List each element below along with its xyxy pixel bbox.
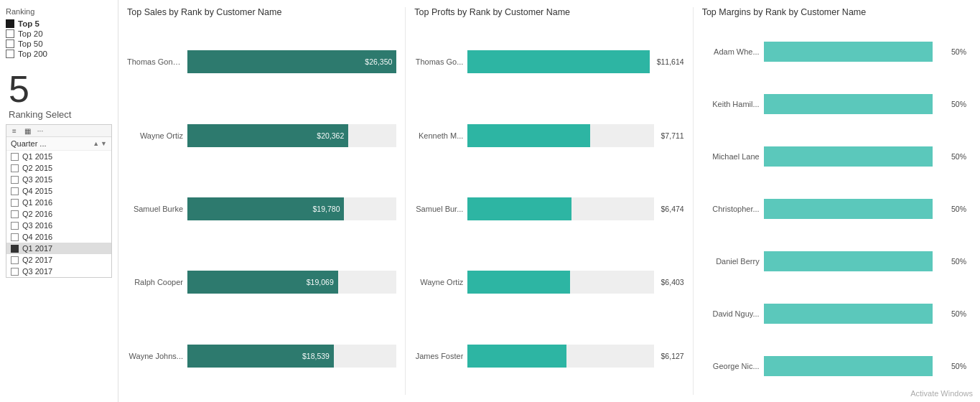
slicer-panel: ≡ ▦ ··· Quarter ... ▲ ▼ Q1 2015Q2 2015Q3… (6, 124, 112, 278)
margins-bar-fill (764, 42, 933, 62)
slicer-item[interactable]: Q3 2015 (6, 174, 111, 185)
charts-area: Top Sales by Rank by Customer Name Thoma… (118, 0, 980, 402)
margins-bar-row: Daniel Berry50% (702, 251, 971, 271)
margins-bar-row: Adam Whe...50% (702, 42, 971, 62)
margins-bar-outer (764, 146, 947, 167)
bar-row: Kenneth M...$7,711 (414, 124, 683, 147)
bar-container (467, 271, 653, 294)
ranking-checkbox (6, 50, 14, 58)
bar-label: Samuel Bur... (414, 205, 463, 213)
margins-bar-row: Michael Lane50% (702, 146, 971, 167)
bar-label: Ralph Cooper (127, 278, 183, 286)
margins-bar-label: David Nguy... (702, 309, 760, 318)
bar-label: Thomas Gonz... (127, 57, 183, 66)
bar-row: Ralph Cooper$19,069 (127, 271, 396, 294)
bar-label: Wayne Ortiz (414, 278, 463, 286)
slicer-item-checkbox (11, 222, 19, 230)
ranking-select-label: Ranking Select (9, 109, 112, 120)
bar-container: $19,780 (187, 197, 396, 220)
bar-fill: $19,069 (187, 271, 338, 294)
bar-row: Wayne Ortiz$6,403 (414, 271, 683, 294)
ranking-item[interactable]: Top 20 (6, 29, 112, 39)
ranking-item-label: Top 5 (18, 19, 39, 28)
ranking-title: Ranking (6, 7, 112, 16)
bar-value: $19,780 (313, 205, 340, 213)
slicer-more-icon[interactable]: ··· (35, 127, 45, 134)
margins-bar-fill (764, 199, 933, 219)
margins-bar-label: George Nic... (702, 362, 760, 370)
margins-bar-outer (764, 42, 947, 62)
margins-bar-outer (764, 94, 947, 114)
slicer-menu-icon[interactable]: ≡ (9, 127, 19, 134)
slicer-item[interactable]: Q3 2017 (6, 266, 111, 277)
margins-bar-value: 50% (951, 309, 971, 318)
slicer-item[interactable]: Q2 2015 (6, 162, 111, 174)
margins-bar-fill (764, 94, 933, 114)
bar-value: $6,127 (661, 352, 684, 360)
slicer-item[interactable]: Q1 2015 (6, 151, 111, 162)
bar-value: $6,403 (661, 278, 684, 286)
margins-bar-value: 50% (951, 362, 971, 370)
bar-container (467, 124, 653, 147)
slicer-item[interactable]: Q4 2015 (6, 185, 111, 197)
ranking-section: Ranking Top 5Top 20Top 50Top 200 (6, 7, 112, 59)
slicer-item[interactable]: Q2 2016 (6, 208, 111, 220)
slicer-sort-icons: ▲ ▼ (93, 140, 107, 147)
bar-value: $6,474 (661, 205, 684, 213)
bar-row: Samuel Bur...$6,474 (414, 197, 683, 220)
margins-bar-outer (764, 304, 947, 324)
ranking-item[interactable]: Top 200 (6, 49, 112, 59)
bar-row: Samuel Burke$19,780 (127, 197, 396, 220)
slicer-item-label: Q1 2017 (22, 244, 52, 253)
bar-row: Wayne Ortiz$20,362 (127, 124, 396, 147)
slicer-item[interactable]: Q3 2016 (6, 220, 111, 231)
slicer-item[interactable]: Q2 2017 (6, 254, 111, 266)
bar-fill (467, 50, 649, 73)
margins-bar-label: Michael Lane (702, 152, 760, 161)
sort-desc-icon[interactable]: ▼ (101, 140, 107, 147)
margins-bar-value: 50% (951, 205, 971, 213)
slicer-item-checkbox (11, 199, 19, 207)
margins-bar-label: Adam Whe... (702, 47, 760, 56)
margins-chart-title: Top Margins by Rank by Customer Name (702, 7, 971, 17)
bar-container (467, 345, 653, 368)
slicer-item-label: Q3 2015 (22, 175, 52, 184)
bar-label: Wayne Ortiz (127, 131, 183, 140)
bar-label: Kenneth M... (414, 131, 463, 140)
ranking-item[interactable]: Top 5 (6, 19, 112, 29)
bar-label: James Foster (414, 352, 463, 360)
margins-bar-value: 50% (951, 257, 971, 266)
bar-container: $18,539 (187, 345, 396, 368)
bar-value: $18,539 (302, 352, 330, 360)
bar-label: Wayne Johns... (127, 352, 183, 360)
margins-bar-row: Christopher...50% (702, 199, 971, 219)
bar-fill: $18,539 (187, 345, 334, 368)
slicer-grid-icon[interactable]: ▦ (22, 127, 32, 134)
bar-value: $11,614 (657, 57, 684, 66)
slicer-item[interactable]: Q1 2016 (6, 197, 111, 208)
slicer-item[interactable]: Q1 2017 (6, 243, 111, 254)
ranking-item[interactable]: Top 50 (6, 39, 112, 49)
slicer-item-checkbox (11, 210, 19, 218)
slicer-item[interactable]: Q4 2016 (6, 231, 111, 243)
slicer-item-checkbox (11, 153, 19, 161)
margins-bar-label: Keith Hamil... (702, 100, 760, 108)
margins-bar-outer (764, 356, 947, 376)
margins-bar-chart: Adam Whe...50%Keith Hamil...50%Michael L… (702, 27, 971, 395)
bar-fill (467, 197, 571, 220)
slicer-item-label: Q2 2017 (22, 256, 52, 264)
bar-fill: $26,350 (187, 50, 396, 73)
margins-bar-fill (764, 356, 933, 376)
slicer-item-checkbox (11, 233, 19, 241)
slicer-item-label: Q1 2016 (22, 198, 52, 207)
margins-bar-value: 50% (951, 100, 971, 108)
slicer-item-label: Q2 2015 (22, 164, 52, 172)
bar-container: $19,069 (187, 271, 396, 294)
slicer-item-label: Q4 2016 (22, 233, 52, 241)
bar-label: Thomas Go... (414, 57, 463, 66)
ranking-checkbox (6, 19, 14, 28)
sort-asc-icon[interactable]: ▲ (93, 140, 99, 147)
profits-chart-panel: Top Profts by Rank by Customer Name Thom… (406, 7, 693, 395)
bar-container (467, 50, 649, 73)
slicer-item-label: Q3 2017 (22, 267, 52, 276)
